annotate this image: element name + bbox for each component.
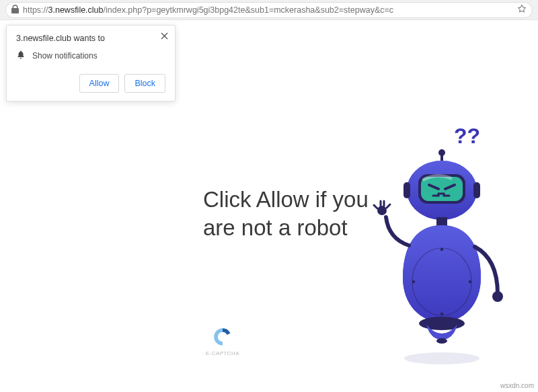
svg-rect-8 xyxy=(436,217,447,227)
svg-point-15 xyxy=(492,291,503,302)
svg-rect-5 xyxy=(421,177,463,201)
bookmark-star-icon[interactable] xyxy=(513,4,527,15)
headline-text: Click Allow if you are not a robot xyxy=(203,186,391,242)
robot-illustration: ?? xyxy=(371,118,512,366)
watermark-text: wsxdn.com xyxy=(500,382,534,389)
allow-button[interactable]: Allow xyxy=(79,74,120,93)
svg-point-16 xyxy=(419,317,465,330)
svg-point-11 xyxy=(440,313,443,315)
close-icon[interactable] xyxy=(161,31,168,41)
notification-permission-popup: 3.newsfile.club wants to Show notificati… xyxy=(6,25,176,102)
url-field[interactable]: https://3.newsfile.club/index.php?p=geyt… xyxy=(5,2,533,18)
svg-rect-7 xyxy=(473,182,480,198)
captcha-badge: E-CAPTCHA xyxy=(199,326,246,356)
bell-icon xyxy=(16,50,26,62)
svg-point-17 xyxy=(436,338,447,344)
lock-icon xyxy=(11,5,19,15)
captcha-logo-icon xyxy=(212,326,233,348)
captcha-label: E-CAPTCHA xyxy=(199,350,246,356)
svg-point-12 xyxy=(412,280,415,283)
permission-text: Show notifications xyxy=(32,51,98,61)
svg-point-13 xyxy=(469,280,471,283)
question-marks-icon: ?? xyxy=(454,124,480,148)
url-text: https://3.newsfile.club/index.php?p=geyt… xyxy=(23,5,393,15)
popup-title: 3.newsfile.club wants to xyxy=(16,34,165,43)
svg-rect-6 xyxy=(404,182,410,198)
svg-point-10 xyxy=(440,248,443,251)
address-bar: https://3.newsfile.club/index.php?p=geyt… xyxy=(0,0,538,20)
svg-point-18 xyxy=(404,352,479,364)
svg-point-14 xyxy=(377,206,387,215)
block-button[interactable]: Block xyxy=(124,74,165,93)
